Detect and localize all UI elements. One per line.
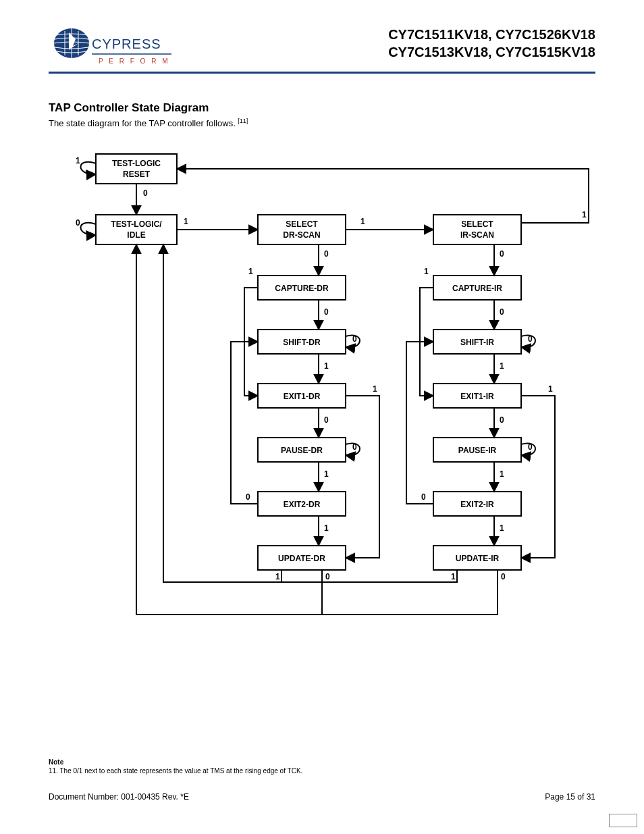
svg-text:1: 1 <box>500 361 504 371</box>
svg-text:0: 0 <box>143 188 148 198</box>
caption-ref: [11] <box>238 118 248 124</box>
svg-text:SHIFT-DR: SHIFT-DR <box>283 338 321 347</box>
svg-text:TEST-LOGIC: TEST-LOGIC <box>112 159 161 168</box>
svg-text:0: 0 <box>76 218 80 228</box>
svg-text:1: 1 <box>275 572 280 581</box>
page-footer: Document Number: 001-00435 Rev. *E Page … <box>49 792 595 802</box>
svg-text:RESET: RESET <box>123 170 151 179</box>
svg-text:0: 0 <box>528 334 533 344</box>
svg-text:PAUSE-IR: PAUSE-IR <box>458 446 497 455</box>
svg-text:0: 0 <box>528 442 533 452</box>
part-numbers: CY7C1511KV18, CY7C1526KV18 CY7C1513KV18,… <box>388 26 595 61</box>
caption-text: The state diagram for the TAP controller… <box>49 118 238 128</box>
cypress-logo: CYPRESS P E R F O R M <box>53 23 174 77</box>
part-line-2: CY7C1513KV18, CY7C1515KV18 <box>388 43 595 61</box>
svg-text:0: 0 <box>325 572 330 581</box>
svg-text:CAPTURE-DR: CAPTURE-DR <box>275 284 329 293</box>
svg-text:SELECT: SELECT <box>461 219 493 229</box>
page-number: Page 15 of 31 <box>545 792 595 802</box>
svg-text:0: 0 <box>501 572 506 581</box>
svg-text:CAPTURE-IR: CAPTURE-IR <box>452 284 502 293</box>
svg-text:0: 0 <box>246 492 250 502</box>
svg-text:1: 1 <box>76 156 80 165</box>
svg-text:1: 1 <box>500 523 504 533</box>
footnote: Note 11. The 0/1 next to each state repr… <box>49 758 302 775</box>
svg-text:1: 1 <box>451 572 456 581</box>
logo-tagline: P E R F O R M <box>99 57 170 65</box>
section-caption: The state diagram for the TAP controller… <box>49 118 595 128</box>
svg-text:0: 0 <box>324 415 329 425</box>
doc-number: Document Number: 001-00435 Rev. *E <box>49 792 189 802</box>
svg-text:1: 1 <box>548 384 553 394</box>
svg-text:1: 1 <box>324 469 329 479</box>
state-diagram: TEST-LOGIC RESET TEST-LOGIC/ IDLE SELECT… <box>49 142 595 642</box>
part-line-1: CY7C1511KV18, CY7C1526KV18 <box>388 26 595 43</box>
svg-text:0: 0 <box>500 415 504 425</box>
svg-text:0: 0 <box>324 307 329 317</box>
note-text: 11. The 0/1 next to each state represent… <box>49 767 302 775</box>
svg-text:SHIFT-IR: SHIFT-IR <box>460 338 494 347</box>
svg-text:EXIT1-IR: EXIT1-IR <box>460 392 494 401</box>
svg-text:0: 0 <box>500 307 504 317</box>
svg-text:1: 1 <box>324 523 329 533</box>
svg-text:EXIT2-DR: EXIT2-DR <box>284 500 321 509</box>
page-body: TAP Controller State Diagram The state d… <box>49 101 595 642</box>
svg-text:0: 0 <box>352 442 357 452</box>
page-header: CYPRESS P E R F O R M CY7C1511KV18, CY7C… <box>49 20 595 82</box>
logo-wordmark: CYPRESS <box>92 36 161 51</box>
section-title: TAP Controller State Diagram <box>49 101 595 115</box>
svg-text:IR-SCAN: IR-SCAN <box>460 230 494 240</box>
svg-text:TEST-LOGIC/: TEST-LOGIC/ <box>111 219 162 229</box>
svg-text:EXIT1-DR: EXIT1-DR <box>284 392 321 401</box>
svg-text:1: 1 <box>424 267 429 276</box>
svg-text:0: 0 <box>324 249 329 259</box>
corner-box <box>609 814 637 827</box>
svg-text:UPDATE-IR: UPDATE-IR <box>456 554 500 563</box>
svg-text:1: 1 <box>582 210 587 219</box>
svg-text:1: 1 <box>184 217 188 226</box>
svg-text:0: 0 <box>421 492 426 502</box>
svg-text:UPDATE-DR: UPDATE-DR <box>278 554 325 563</box>
header-rule <box>49 72 595 74</box>
svg-text:1: 1 <box>248 267 253 276</box>
svg-text:PAUSE-DR: PAUSE-DR <box>281 446 323 455</box>
svg-text:1: 1 <box>360 217 365 226</box>
svg-text:1: 1 <box>500 469 504 479</box>
svg-text:IDLE: IDLE <box>127 230 145 240</box>
svg-text:0: 0 <box>352 334 357 344</box>
note-heading: Note <box>49 758 302 766</box>
svg-text:SELECT: SELECT <box>286 219 318 229</box>
svg-text:1: 1 <box>324 361 329 371</box>
svg-text:0: 0 <box>500 249 504 259</box>
svg-text:EXIT2-IR: EXIT2-IR <box>460 500 494 509</box>
page: CYPRESS P E R F O R M CY7C1511KV18, CY7C… <box>0 0 644 834</box>
svg-text:DR-SCAN: DR-SCAN <box>283 230 320 240</box>
svg-text:1: 1 <box>373 384 377 394</box>
